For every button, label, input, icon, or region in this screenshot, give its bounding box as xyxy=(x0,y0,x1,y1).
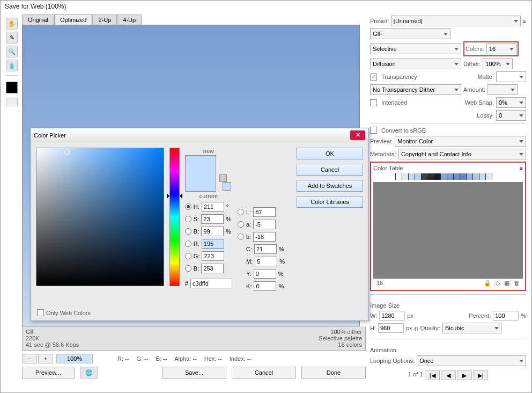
ct-lock-icon[interactable]: 🔒 xyxy=(484,280,491,287)
zoom-tool-icon[interactable]: 🔍 xyxy=(6,46,18,57)
quality-select[interactable]: Bicubic xyxy=(442,323,501,333)
a-radio[interactable] xyxy=(238,221,244,228)
color-table-swatches[interactable] xyxy=(389,173,507,180)
gamut-warning-icon[interactable] xyxy=(219,174,227,182)
width-input[interactable] xyxy=(379,311,405,321)
zoom-in-button[interactable]: + xyxy=(38,354,53,363)
lab-b-input[interactable] xyxy=(253,232,276,242)
color-swatch[interactable] xyxy=(467,173,473,180)
s-input[interactable] xyxy=(201,214,224,224)
matte-select[interactable] xyxy=(496,71,526,82)
trans-dither-select[interactable]: No Transparency Dither xyxy=(370,84,461,95)
transparency-checkbox[interactable]: ✓ xyxy=(370,74,377,81)
b-radio[interactable] xyxy=(185,228,191,235)
tab-original[interactable]: Original xyxy=(22,14,54,25)
metadata-select[interactable]: Copyright and Contact Info xyxy=(398,149,526,159)
l-radio[interactable] xyxy=(238,209,244,215)
preview-select[interactable]: Monitor Color xyxy=(395,136,526,147)
height-input[interactable] xyxy=(378,323,404,333)
looping-select[interactable]: Once xyxy=(417,355,526,366)
preview-button[interactable]: Preview... xyxy=(22,367,75,379)
g-radio[interactable] xyxy=(185,253,191,259)
tab-optimized[interactable]: Optimized xyxy=(54,14,93,25)
h-radio[interactable] xyxy=(185,203,191,210)
zoom-input[interactable] xyxy=(56,354,93,363)
prev-frame-button[interactable]: ◀ xyxy=(441,370,456,380)
websnap-select[interactable]: 0% xyxy=(496,97,526,108)
ct-new-icon[interactable]: ▦ xyxy=(504,280,509,287)
colors-select[interactable]: 16 xyxy=(486,43,516,54)
r-input[interactable] xyxy=(202,239,224,249)
bb-input[interactable] xyxy=(201,264,224,273)
interlaced-checkbox[interactable] xyxy=(370,99,377,106)
color-swatch[interactable] xyxy=(389,173,396,180)
link-icon[interactable]: ⎌ xyxy=(415,325,418,331)
color-swatch[interactable] xyxy=(409,173,415,180)
tab-4up[interactable]: 4-Up xyxy=(117,14,142,25)
reduction-select[interactable]: Selective xyxy=(370,43,461,54)
lossy-select[interactable]: 0 xyxy=(496,110,526,121)
play-button[interactable]: ▶ xyxy=(457,370,472,380)
format-select[interactable]: GIF xyxy=(370,28,450,39)
save-button[interactable]: Save... xyxy=(162,367,226,379)
cancel-button[interactable]: Cancel xyxy=(232,367,296,379)
picker-cancel-button[interactable]: Cancel xyxy=(297,164,363,176)
first-frame-button[interactable]: |◀ xyxy=(425,370,440,380)
color-swatch[interactable] xyxy=(486,173,492,180)
preset-select[interactable]: [Unnamed] xyxy=(391,16,521,26)
color-swatch[interactable] xyxy=(402,173,409,180)
eyedropper-icon[interactable]: 💧 xyxy=(6,60,18,71)
browser-preview-icon[interactable]: 🌐 xyxy=(80,367,98,379)
websafe-swatch[interactable] xyxy=(223,182,231,191)
color-swatch[interactable] xyxy=(447,173,454,180)
r-radio[interactable] xyxy=(185,241,191,247)
ct-trash-icon[interactable]: 🗑 xyxy=(514,280,520,287)
c-input[interactable] xyxy=(254,244,277,254)
ct-map-icon[interactable]: ◇ xyxy=(496,280,500,287)
color-swatch[interactable] xyxy=(479,173,486,180)
srgb-checkbox[interactable] xyxy=(370,127,377,134)
foreground-swatch[interactable] xyxy=(6,82,18,93)
color-table-menu-icon[interactable]: ≡ xyxy=(520,165,523,171)
y-input[interactable] xyxy=(254,269,276,279)
toggle-slices-icon[interactable] xyxy=(6,98,18,106)
zoom-out-button[interactable]: − xyxy=(22,354,37,363)
h-input[interactable] xyxy=(202,202,224,212)
lab-b-radio[interactable] xyxy=(238,234,244,240)
b-input[interactable] xyxy=(201,227,224,236)
tab-2up[interactable]: 2-Up xyxy=(92,14,117,25)
dither-select[interactable]: 100% xyxy=(483,59,513,69)
percent-input[interactable] xyxy=(493,311,519,321)
web-only-checkbox[interactable] xyxy=(37,309,44,316)
a-input[interactable] xyxy=(253,220,276,229)
l-input[interactable] xyxy=(253,207,276,217)
color-swatch[interactable] xyxy=(473,173,479,180)
color-swatch[interactable] xyxy=(454,173,460,180)
color-swatch[interactable] xyxy=(460,173,467,180)
preset-menu-icon[interactable]: ≡ xyxy=(523,18,526,24)
dither-method-select[interactable]: Diffusion xyxy=(370,59,461,69)
add-swatches-button[interactable]: Add to Swatches xyxy=(297,180,363,192)
slice-select-icon[interactable]: ✎ xyxy=(6,32,18,43)
next-frame-button[interactable]: ▶| xyxy=(473,370,488,380)
color-swatch[interactable] xyxy=(434,173,441,180)
s-radio[interactable] xyxy=(185,216,191,222)
color-swatch[interactable] xyxy=(396,173,402,180)
m-input[interactable] xyxy=(255,257,277,266)
color-swatch[interactable] xyxy=(441,173,447,180)
color-swatch[interactable] xyxy=(422,173,428,180)
g-input[interactable] xyxy=(202,251,224,261)
color-swatch[interactable] xyxy=(428,173,434,180)
saturation-value-field[interactable] xyxy=(36,148,164,286)
hue-slider[interactable] xyxy=(169,148,180,286)
hex-input[interactable] xyxy=(190,279,232,288)
done-button[interactable]: Done xyxy=(301,367,366,379)
amount-select[interactable] xyxy=(487,84,518,95)
hand-tool-icon[interactable]: ✋ xyxy=(6,18,18,30)
ok-button[interactable]: OK xyxy=(297,148,363,159)
bb-radio[interactable] xyxy=(185,265,191,272)
color-swatch[interactable] xyxy=(415,173,422,180)
k-input[interactable] xyxy=(254,281,276,291)
close-icon[interactable]: ✕ xyxy=(350,130,365,140)
color-libraries-button[interactable]: Color Libraries xyxy=(297,196,363,208)
